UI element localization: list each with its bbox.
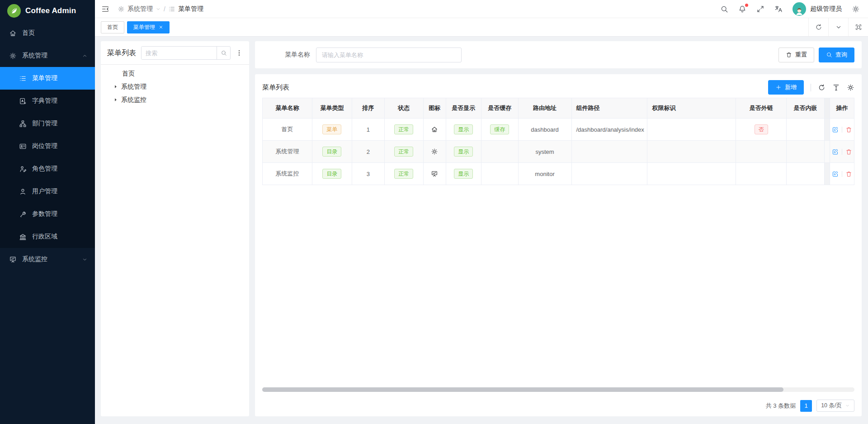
delete-row-button[interactable] — [845, 148, 852, 155]
cell-embedded — [787, 163, 825, 185]
fullscreen-button[interactable] — [756, 5, 764, 13]
status-tag: 正常 — [394, 147, 413, 157]
tree-more-button[interactable] — [236, 49, 243, 57]
gear-icon — [118, 5, 125, 13]
language-button[interactable] — [774, 5, 783, 13]
cell-name: 系统管理 — [263, 141, 312, 163]
edit-row-button[interactable] — [832, 126, 839, 133]
refresh-table-button[interactable] — [818, 84, 826, 91]
cell-status: 正常 — [385, 119, 424, 141]
cell-visible: 显示 — [446, 163, 481, 185]
sidebar-item-menu-mgmt[interactable]: 菜单管理 — [0, 67, 95, 90]
cell-operations — [830, 141, 854, 163]
reset-button[interactable]: 重置 — [778, 48, 814, 62]
sidebar-item-label: 菜单管理 — [32, 74, 57, 82]
edit-row-button[interactable] — [832, 148, 839, 155]
brand-logo[interactable]: Coffee Admin — [0, 0, 95, 22]
reset-label: 重置 — [795, 51, 807, 59]
refresh-tab-button[interactable] — [808, 18, 828, 36]
table-row: 系统管理 目录 2 正常 显示 system — [263, 141, 854, 163]
sidebar-item-region[interactable]: 行政区域 — [0, 225, 95, 248]
tree-node-home[interactable]: 首页 — [107, 67, 243, 80]
user-menu[interactable]: 超级管理员 — [793, 2, 842, 16]
menu-name-label: 菜单名称 — [285, 51, 310, 59]
sidebar-item-label: 行政区域 — [32, 233, 57, 241]
chevron-down-icon — [82, 257, 88, 262]
edit-row-button[interactable] — [832, 171, 839, 177]
menu-type-tag: 目录 — [322, 169, 341, 179]
home-icon — [9, 29, 17, 37]
cell-route: monitor — [519, 163, 572, 185]
dots-vertical-icon — [236, 49, 243, 57]
column-header: 菜单名称 — [263, 98, 312, 119]
sidebar-item-param-mgmt[interactable]: 参数管理 — [0, 203, 95, 225]
cell-sort: 1 — [352, 119, 385, 141]
settings-button[interactable] — [852, 5, 860, 13]
sidebar-item-post-mgmt[interactable]: 岗位管理 — [0, 135, 95, 157]
add-button[interactable]: 新增 — [768, 80, 804, 95]
list-icon — [168, 5, 175, 13]
tree-search-input[interactable] — [142, 47, 217, 59]
divider — [842, 171, 842, 177]
column-header: 排序 — [352, 98, 385, 119]
chevron-down-icon[interactable] — [156, 6, 161, 12]
sidebar-group-monitor[interactable]: 系统监控 — [0, 248, 95, 271]
sidebar-group-system[interactable]: 系统管理 — [0, 44, 95, 67]
tree-node-system[interactable]: 系统管理 — [107, 80, 243, 93]
collapse-sidebar-button[interactable] — [101, 5, 109, 13]
table-viewport: 菜单名称 菜单类型 排序 状态 图标 是否显示 是否缓存 路由地址 组件路径 权… — [262, 98, 854, 395]
scrollbar-thumb[interactable] — [262, 387, 783, 392]
content-fullscreen-button[interactable] — [848, 18, 868, 36]
tree-node-monitor[interactable]: 系统监控 — [107, 93, 243, 106]
sidebar-item-user-mgmt[interactable]: 用户管理 — [0, 180, 95, 203]
notifications-button[interactable] — [738, 5, 746, 13]
cell-component: /dashboard/analysis/index — [572, 119, 648, 141]
breadcrumb-parent[interactable]: 系统管理 — [127, 5, 153, 13]
trash-icon — [786, 52, 792, 58]
page-number-button[interactable]: 1 — [800, 400, 812, 412]
plus-icon — [775, 84, 782, 91]
search-icon — [221, 50, 227, 56]
query-button[interactable]: 查询 — [819, 48, 854, 62]
edit-icon — [832, 148, 839, 155]
sidebar-item-dict-mgmt[interactable]: 字典管理 — [0, 90, 95, 112]
menu-fold-icon — [101, 5, 109, 13]
menu-name-input[interactable] — [316, 48, 462, 62]
home-icon — [431, 126, 438, 133]
row-height-button[interactable] — [832, 84, 840, 91]
tab-actions — [808, 18, 868, 36]
list-icon — [19, 75, 27, 82]
delete-row-button[interactable] — [845, 126, 852, 133]
tab-options-button[interactable] — [828, 18, 848, 36]
tree-panel-title: 菜单列表 — [107, 48, 136, 58]
cell-type: 菜单 — [312, 119, 352, 141]
close-icon[interactable] — [159, 25, 163, 29]
breadcrumb: 系统管理 / 菜单管理 — [118, 5, 203, 13]
chevron-down-icon — [835, 24, 842, 31]
pagination: 共 3 条数据 1 10 条/页 — [262, 395, 854, 416]
delete-row-button[interactable] — [845, 171, 852, 177]
table-row: 首页 菜单 1 正常 显示 缓存 dashboard /dashboard/an… — [263, 119, 854, 141]
monitor-icon — [431, 170, 438, 177]
caret-right-icon[interactable] — [113, 84, 118, 89]
caret-right-icon[interactable] — [113, 97, 118, 102]
chevron-down-icon — [845, 403, 850, 408]
breadcrumb-current[interactable]: 菜单管理 — [178, 5, 203, 13]
horizontal-scrollbar[interactable] — [262, 387, 854, 392]
org-chart-icon — [19, 120, 27, 128]
sidebar-item-dept-mgmt[interactable]: 部门管理 — [0, 112, 95, 135]
tree-search-button[interactable] — [217, 47, 230, 59]
tab-home[interactable]: 首页 — [101, 21, 124, 33]
menu-table-card: 菜单列表 新增 — [255, 74, 862, 416]
refresh-icon — [815, 24, 822, 31]
tab-menu-mgmt[interactable]: 菜单管理 — [127, 21, 170, 33]
sidebar-item-home[interactable]: 首页 — [0, 22, 95, 44]
sidebar-item-role-mgmt[interactable]: 角色管理 — [0, 157, 95, 180]
divider — [842, 149, 842, 155]
cell-cache — [481, 163, 519, 185]
sidebar-item-label: 首页 — [22, 29, 35, 37]
global-search-button[interactable] — [720, 5, 728, 13]
page-size-select[interactable]: 10 条/页 — [816, 400, 854, 412]
visible-tag: 显示 — [454, 124, 473, 134]
column-settings-button[interactable] — [847, 84, 854, 91]
